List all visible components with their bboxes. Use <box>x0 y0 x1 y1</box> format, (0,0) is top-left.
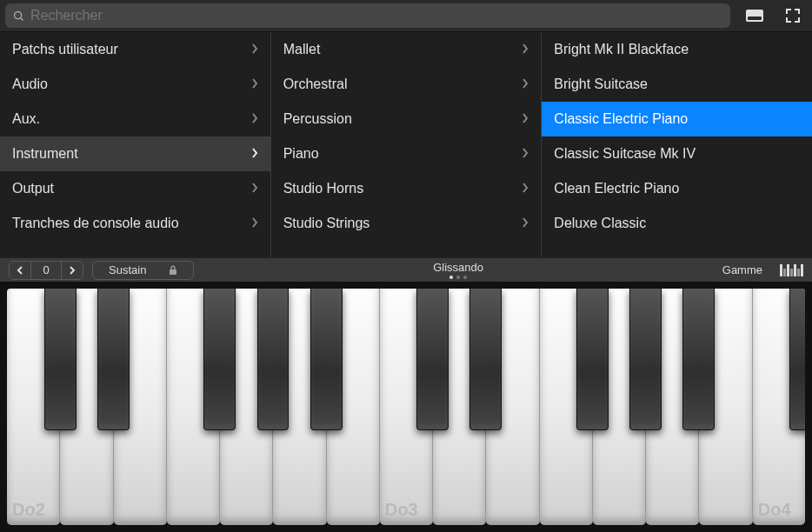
svg-rect-3 <box>748 17 762 20</box>
keyboard-layout-icon[interactable] <box>780 264 803 276</box>
browser-item-label: Studio Strings <box>283 216 370 231</box>
chevron-right-icon <box>522 77 529 91</box>
browser-item-label: Aux. <box>12 111 40 127</box>
browser-item[interactable]: Audio <box>0 67 270 102</box>
octave-value: 0 <box>31 262 61 279</box>
browser-item-label: Deluxe Classic <box>554 216 646 231</box>
browser-item-label: Patchs utilisateur <box>12 42 118 57</box>
browser-item-label: Piano <box>283 146 319 162</box>
chevron-right-icon <box>251 182 258 196</box>
chevron-right-icon <box>522 182 529 196</box>
browser-item-label: Clean Electric Piano <box>554 181 679 196</box>
black-key[interactable] <box>629 289 662 430</box>
browser-item-label: Bright Suitcase <box>554 76 648 92</box>
chevron-right-icon <box>522 147 529 161</box>
browser-item-label: Bright Mk II Blackface <box>554 42 689 57</box>
black-key[interactable] <box>203 289 236 430</box>
browser-item[interactable]: Mallet <box>271 32 542 67</box>
search-field[interactable] <box>5 3 730 28</box>
browser-item-label: Instrument <box>12 146 78 162</box>
window-mode-button[interactable] <box>741 4 769 27</box>
browser-item-label: Percussion <box>283 111 352 127</box>
browser-item-label: Classic Electric Piano <box>554 111 688 127</box>
octave-down-button[interactable] <box>10 262 30 279</box>
browser-item-label: Studio Horns <box>283 181 364 196</box>
browser-column-1: MalletOrchestralPercussionPianoStudio Ho… <box>271 32 542 257</box>
keyboard-toolbar: 0 Sustain Glissando Gamme <box>0 257 812 282</box>
browser-item[interactable]: Classic Electric Piano <box>542 102 812 136</box>
search-input[interactable] <box>30 8 723 23</box>
browser-item[interactable]: Studio Strings <box>271 206 542 241</box>
chevron-right-icon <box>251 43 258 57</box>
browser-item[interactable]: Instrument <box>0 136 270 171</box>
key-label: Do4 <box>758 500 791 520</box>
keyboard-area: Do2Do3Do4 <box>0 282 812 532</box>
browser-item[interactable]: Orchestral <box>271 67 542 102</box>
browser-item[interactable]: Classic Suitcase Mk IV <box>542 136 812 171</box>
browser-item-label: Classic Suitcase Mk IV <box>554 146 696 162</box>
black-key[interactable] <box>97 289 130 430</box>
browser-item[interactable]: Tranches de console audio <box>0 206 270 241</box>
black-key[interactable] <box>789 289 805 430</box>
chevron-right-icon <box>522 43 529 57</box>
browser-item-label: Mallet <box>283 42 321 57</box>
svg-line-1 <box>21 17 23 20</box>
black-key[interactable] <box>257 289 290 430</box>
black-key[interactable] <box>44 289 77 430</box>
key-label: Do2 <box>12 500 45 520</box>
browser-item[interactable]: Clean Electric Piano <box>542 171 812 206</box>
browser-item-label: Orchestral <box>283 76 348 92</box>
page-dots <box>203 276 713 279</box>
svg-point-0 <box>15 11 22 18</box>
octave-up-button[interactable] <box>62 262 83 279</box>
keyboard[interactable]: Do2Do3Do4 <box>7 289 805 525</box>
octave-stepper[interactable]: 0 <box>9 261 83 280</box>
black-key[interactable] <box>576 289 609 430</box>
chevron-right-icon <box>251 112 258 126</box>
chevron-right-icon <box>522 112 529 126</box>
browser-item[interactable]: Deluxe Classic <box>542 206 812 241</box>
chevron-right-icon <box>522 216 529 230</box>
browser-item-label: Audio <box>12 76 48 92</box>
top-bar <box>0 0 812 31</box>
key-label: Do3 <box>385 500 418 520</box>
black-key[interactable] <box>682 289 715 430</box>
play-mode-label: Glissando <box>203 261 713 274</box>
browser-item[interactable]: Piano <box>271 136 542 171</box>
scale-button[interactable]: Gamme <box>722 263 762 276</box>
browser-item-label: Output <box>12 181 54 196</box>
lock-icon <box>162 262 184 279</box>
black-key[interactable] <box>469 289 502 430</box>
browser-item[interactable]: Studio Horns <box>271 171 542 206</box>
black-key[interactable] <box>310 289 343 430</box>
svg-rect-4 <box>170 269 176 275</box>
browser-item[interactable]: Bright Mk II Blackface <box>542 32 812 67</box>
browser-item[interactable]: Output <box>0 171 270 206</box>
play-mode[interactable]: Glissando <box>203 261 713 279</box>
patch-browser: Patchs utilisateurAudioAux.InstrumentOut… <box>0 31 812 257</box>
sustain-label: Sustain <box>102 262 153 279</box>
sustain-button[interactable]: Sustain <box>92 261 194 280</box>
search-icon <box>12 10 25 23</box>
browser-column-2: Bright Mk II BlackfaceBright SuitcaseCla… <box>542 32 812 257</box>
browser-item[interactable]: Patchs utilisateur <box>0 32 270 67</box>
chevron-right-icon <box>251 216 258 230</box>
browser-item[interactable]: Bright Suitcase <box>542 67 812 102</box>
browser-item-label: Tranches de console audio <box>12 216 179 231</box>
chevron-right-icon <box>251 147 258 161</box>
browser-item[interactable]: Aux. <box>0 102 270 136</box>
fullscreen-button[interactable] <box>779 4 807 27</box>
browser-item[interactable]: Percussion <box>271 102 542 136</box>
black-key[interactable] <box>416 289 449 430</box>
chevron-right-icon <box>251 77 258 91</box>
browser-column-0: Patchs utilisateurAudioAux.InstrumentOut… <box>0 32 271 257</box>
